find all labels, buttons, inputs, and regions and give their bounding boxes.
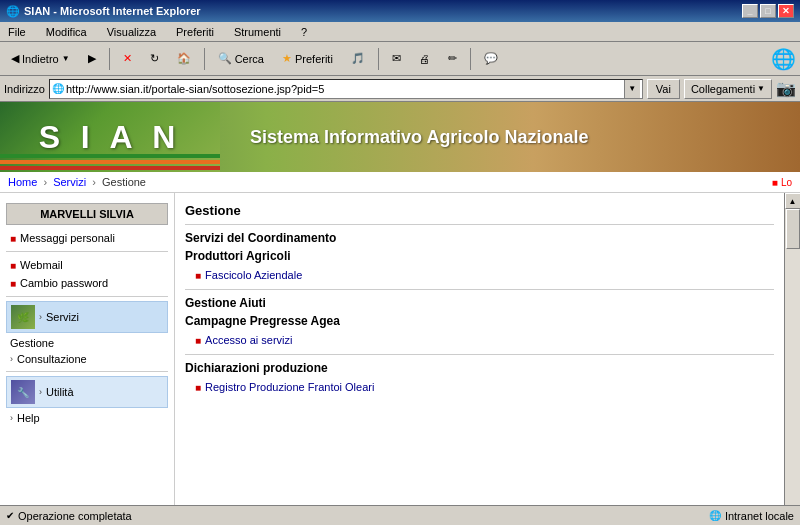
sidebar-personal-messages[interactable]: ■ Messaggi personali xyxy=(0,229,174,247)
content-link-registro[interactable]: ■ Registro Produzione Frantoi Oleari xyxy=(185,379,774,395)
back-button[interactable]: ◀ Indietro ▼ xyxy=(4,45,77,73)
sidebar-divider-1 xyxy=(6,251,168,252)
content-bullet-0: ■ xyxy=(195,270,201,281)
toolbar-sep-2 xyxy=(204,48,205,70)
maximize-button[interactable]: □ xyxy=(760,4,776,18)
sidebar-nav-utilita[interactable]: 🔧 › Utilità xyxy=(6,376,168,408)
menu-visualizza[interactable]: Visualizza xyxy=(103,25,160,39)
page-area: S I A N Sistema Informativo Agricolo Naz… xyxy=(0,102,800,505)
sidebar-webmail[interactable]: ■ Webmail xyxy=(0,256,174,274)
toolbar-sep-3 xyxy=(378,48,379,70)
sidebar-user: MARVELLI SILVIA xyxy=(6,203,168,225)
minimize-button[interactable]: _ xyxy=(742,4,758,18)
scroll-track[interactable] xyxy=(785,209,800,505)
close-button[interactable]: ✕ xyxy=(778,4,794,18)
menu-preferiti[interactable]: Preferiti xyxy=(172,25,218,39)
sidebar-sub-consultazione[interactable]: › Consultazione xyxy=(0,351,174,367)
content-link-accesso[interactable]: ■ Accesso ai servizi xyxy=(185,332,774,348)
sidebar: MARVELLI SILVIA ■ Messaggi personali ■ W… xyxy=(0,193,175,505)
back-dropdown-icon[interactable]: ▼ xyxy=(62,54,70,63)
sian-subtitle: Sistema Informativo Agricolo Nazionale xyxy=(220,127,800,148)
edit-button[interactable]: ✏ xyxy=(441,45,464,73)
forward-icon: ▶ xyxy=(88,52,96,65)
breadcrumb-home[interactable]: Home xyxy=(8,176,37,188)
favorites-button[interactable]: ★ Preferiti xyxy=(275,45,340,73)
bullet-icon-3: ■ xyxy=(10,278,16,289)
servizi-nav-icon: 🌿 xyxy=(11,305,35,329)
content-section-0-sub-0-title: Produttori Agricoli xyxy=(185,249,774,263)
sidebar-nav-servizi[interactable]: 🌿 › Servizi xyxy=(6,301,168,333)
browser-content: S I A N Sistema Informativo Agricolo Naz… xyxy=(0,102,800,505)
main-layout: MARVELLI SILVIA ■ Messaggi personali ■ W… xyxy=(0,193,800,505)
print-icon: 🖨 xyxy=(419,53,430,65)
content-link-fascicolo[interactable]: ■ Fascicolo Aziendale xyxy=(185,267,774,283)
status-message: Operazione completata xyxy=(18,510,132,522)
window-controls[interactable]: _ □ ✕ xyxy=(742,4,794,18)
mail-button[interactable]: ✉ xyxy=(385,45,408,73)
address-bar: Indirizzo 🌐 ▼ Vai Collegamenti ▼ 📷 xyxy=(0,76,800,102)
breadcrumb-servizi[interactable]: Servizi xyxy=(53,176,86,188)
breadcrumb: Home › Servizi › Gestione ■ Lo xyxy=(0,172,800,193)
menu-file[interactable]: File xyxy=(4,25,30,39)
go-button[interactable]: Vai xyxy=(647,79,680,99)
sidebar-change-password[interactable]: ■ Cambio password xyxy=(0,274,174,292)
links-dropdown-icon: ▼ xyxy=(757,84,765,93)
address-label: Indirizzo xyxy=(4,83,45,95)
content-section-1-title: Gestione Aiuti xyxy=(185,296,774,310)
menu-help[interactable]: ? xyxy=(297,25,311,39)
breadcrumb-sep-2: › xyxy=(92,176,96,188)
scroll-up-button[interactable]: ▲ xyxy=(785,193,801,209)
zone-icon: 🌐 xyxy=(709,510,721,521)
media-button[interactable]: 🎵 xyxy=(344,45,372,73)
sidebar-personal-section: ■ Messaggi personali xyxy=(0,229,174,247)
menu-strumenti[interactable]: Strumenti xyxy=(230,25,285,39)
window-title-left: 🌐 SIAN - Microsoft Internet Explorer xyxy=(6,5,201,18)
sidebar-divider-2 xyxy=(6,296,168,297)
sian-logo-text: S I A N xyxy=(39,119,182,156)
content-main-title: Gestione xyxy=(185,199,774,224)
content-bullet-1: ■ xyxy=(195,335,201,346)
tri-consultazione: › xyxy=(10,354,13,364)
status-icon: ✔ xyxy=(6,510,14,521)
sidebar-sub-help[interactable]: › Help xyxy=(0,410,174,426)
tri-servizi: › xyxy=(39,312,42,322)
address-dropdown[interactable]: ▼ xyxy=(624,80,640,98)
logout-area: ■ Lo xyxy=(772,176,792,188)
refresh-button[interactable]: ↻ xyxy=(143,45,166,73)
links-button[interactable]: Collegamenti ▼ xyxy=(684,79,772,99)
back-icon: ◀ xyxy=(11,52,19,65)
discuss-button[interactable]: 💬 xyxy=(477,45,505,73)
sian-logo-area: S I A N xyxy=(0,102,220,172)
utilita-nav-icon: 🔧 xyxy=(11,380,35,404)
sidebar-webmail-section: ■ Webmail ■ Cambio password xyxy=(0,256,174,292)
sian-stripes xyxy=(0,154,220,172)
status-right: 🌐 Intranet locale xyxy=(709,510,794,522)
logout-link[interactable]: Lo xyxy=(781,177,792,188)
menu-bar: File Modifica Visualizza Preferiti Strum… xyxy=(0,22,800,42)
menu-modifica[interactable]: Modifica xyxy=(42,25,91,39)
mail-icon: ✉ xyxy=(392,52,401,65)
sidebar-sub-gestione[interactable]: Gestione xyxy=(0,335,174,351)
stop-button[interactable]: ✕ xyxy=(116,45,139,73)
sian-header: S I A N Sistema Informativo Agricolo Naz… xyxy=(0,102,800,172)
stripe-orange xyxy=(0,160,220,164)
ie-logo-small: 🌐 xyxy=(6,5,20,18)
status-zone: Intranet locale xyxy=(725,510,794,522)
address-input[interactable] xyxy=(66,83,622,95)
content-bullet-2: ■ xyxy=(195,382,201,393)
address-input-wrap[interactable]: 🌐 ▼ xyxy=(49,79,643,99)
window-title-bar: 🌐 SIAN - Microsoft Internet Explorer _ □… xyxy=(0,0,800,22)
scroll-thumb[interactable] xyxy=(786,209,800,249)
breadcrumb-current: Gestione xyxy=(102,176,146,188)
page-icon: 🌐 xyxy=(52,83,64,94)
stripe-red xyxy=(0,166,220,170)
breadcrumb-path: Home › Servizi › Gestione xyxy=(8,176,146,188)
print-button[interactable]: 🖨 xyxy=(412,45,437,73)
home-button[interactable]: 🏠 xyxy=(170,45,198,73)
vertical-scrollbar[interactable]: ▲ ▼ xyxy=(784,193,800,505)
search-button[interactable]: 🔍 Cerca xyxy=(211,45,271,73)
forward-button[interactable]: ▶ xyxy=(81,45,103,73)
media-icon: 🎵 xyxy=(351,52,365,65)
status-bar: ✔ Operazione completata 🌐 Intranet local… xyxy=(0,505,800,525)
bullet-icon-2: ■ xyxy=(10,260,16,271)
